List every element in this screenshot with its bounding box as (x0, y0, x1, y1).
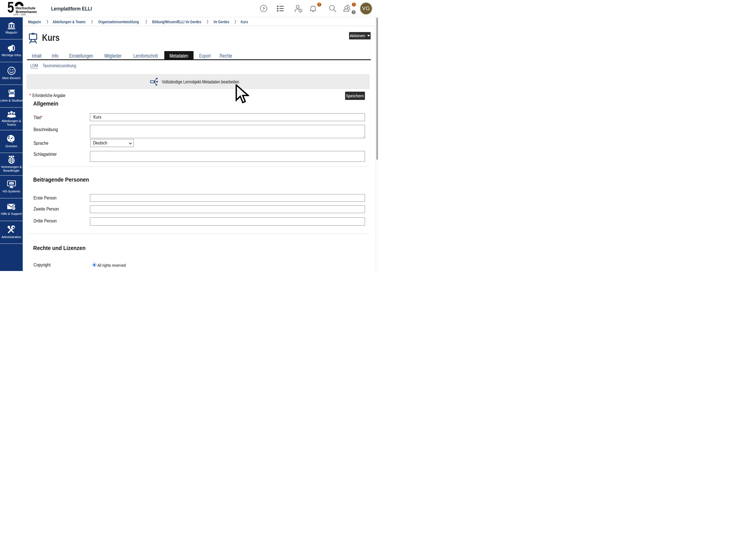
svg-text:?: ? (262, 6, 265, 11)
svg-text:1975 – 2025: 1975 – 2025 (13, 13, 26, 16)
svg-text:5: 5 (7, 1, 14, 16)
svg-text:?: ? (13, 207, 14, 210)
